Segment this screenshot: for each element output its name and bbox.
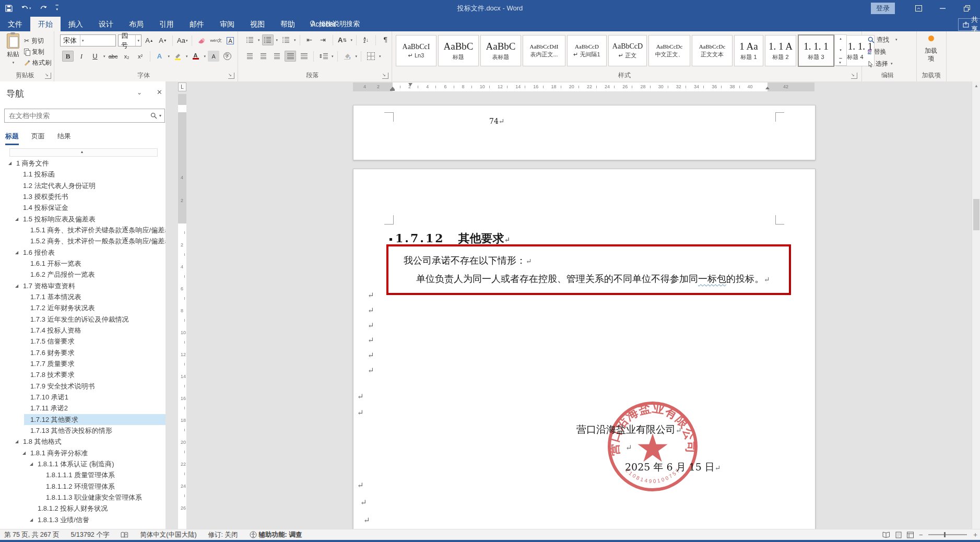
tab-开始[interactable]: 开始 <box>30 17 61 31</box>
collapse-arrow-icon[interactable]: ◢ <box>30 514 33 525</box>
page-previous[interactable]: 74↵ <box>353 105 816 160</box>
nav-tab-pages[interactable]: 页面 <box>31 132 45 145</box>
shrink-font-button[interactable]: A▼ <box>157 35 169 46</box>
nav-tree-item[interactable]: 1.7.13 其他否决投标的情形 <box>0 425 166 436</box>
ribbon-display-options-icon[interactable] <box>915 5 922 11</box>
show-hide-marks-button[interactable]: ¶ <box>380 34 391 45</box>
clipboard-dialog-launcher-icon[interactable]: ↘ <box>45 73 51 79</box>
increase-indent-button[interactable]: ⇥ <box>317 34 329 45</box>
collapse-arrow-icon[interactable]: ◢ <box>22 447 26 458</box>
line-spacing-button[interactable]: ⇕ <box>317 51 329 62</box>
language-indicator[interactable]: 简体中文(中国大陆) <box>140 531 196 539</box>
tab-引用[interactable]: 引用 <box>151 17 182 31</box>
nav-tree-item[interactable]: 1.8.1.2 投标人财务状况 <box>0 503 166 514</box>
nav-tab-results[interactable]: 结果 <box>57 132 71 145</box>
highlight-color-button[interactable] <box>172 51 183 62</box>
nav-tree-item[interactable]: 1.7.1 基本情况表 <box>0 291 166 302</box>
nav-tree-item[interactable]: 1.3 授权委托书 <box>0 191 166 202</box>
page-indicator[interactable]: 第 75 页, 共 267 页 <box>4 531 60 539</box>
nav-tree-item[interactable]: 1.7.7 质量要求 <box>0 358 166 369</box>
proofing-status-icon[interactable] <box>121 532 128 538</box>
style-card[interactable]: 1. 1 A标题 2 <box>765 35 796 66</box>
character-border-button[interactable]: A <box>225 35 236 46</box>
zoom-slider[interactable] <box>928 534 967 535</box>
style-card[interactable]: 1. 1. 1标题 3 <box>798 34 834 67</box>
horizontal-ruler[interactable]: 246810121416182022242628303234363840 424… <box>353 83 814 91</box>
gallery-scroll-down-icon[interactable]: ▾ <box>840 48 842 52</box>
document-scrollbar[interactable]: ▲ <box>972 81 980 529</box>
nav-tree-item[interactable]: 1.7.9 安全技术说明书 <box>0 381 166 392</box>
nav-tree-item[interactable]: 1.6.2 产品报价一览表 <box>0 269 166 280</box>
nav-tree-item[interactable]: 1.7.6 财务要求 <box>0 347 166 358</box>
vertical-ruler[interactable]: 2468101214161820222426 42 <box>178 94 186 529</box>
read-mode-view-button[interactable] <box>882 532 890 538</box>
font-dialog-launcher-icon[interactable]: ↘ <box>228 73 234 79</box>
tab-插入[interactable]: 插入 <box>61 17 91 31</box>
bullets-button[interactable] <box>244 34 255 45</box>
nav-tree-item[interactable]: 1.4 投标保证金 <box>0 202 166 213</box>
share-button[interactable]: 共享 <box>958 18 980 31</box>
nav-tree-item[interactable]: ◢1.7 资格审查资料 <box>0 280 166 291</box>
style-card[interactable]: 1 Aa标题 1 <box>734 35 763 66</box>
search-options-dropdown-icon[interactable]: ▾ <box>159 113 161 118</box>
collapse-arrow-icon[interactable]: ◢ <box>15 247 18 258</box>
zoom-in-button[interactable]: ＋ <box>972 530 979 539</box>
restore-button[interactable] <box>964 5 971 11</box>
multilevel-list-button[interactable] <box>280 34 291 45</box>
style-card[interactable]: AaBbCcDdI表内正文... <box>523 35 565 66</box>
body-line-1[interactable]: 我公司承诺不存在以下情形：↵ <box>404 254 532 267</box>
clear-formatting-button[interactable] <box>196 35 207 46</box>
collapse-arrow-icon[interactable]: ◢ <box>15 214 18 225</box>
nav-tree-item[interactable]: ◢1.8.1.3 业绩/信誉 <box>0 514 166 525</box>
nav-tree-item[interactable]: 1.7.3 近年发生的诉讼及仲裁情况 <box>0 314 166 325</box>
font-family-select[interactable]: 宋体 ▾ <box>60 34 116 46</box>
nav-tree-item[interactable]: 1.7.2 近年财务状况表 <box>0 302 166 313</box>
nav-tree-item[interactable]: 1.1 投标函 <box>0 169 166 180</box>
select-button[interactable]: 选择 ▾ <box>868 58 893 69</box>
subscript-button[interactable]: x₂ <box>121 51 133 62</box>
nav-close-icon[interactable]: ✕ <box>157 88 162 96</box>
right-indent-marker[interactable] <box>765 87 770 89</box>
numbering-button[interactable] <box>262 34 274 45</box>
cut-button[interactable]: ✂ 剪切 <box>24 36 44 46</box>
font-color-button[interactable]: A <box>190 51 202 62</box>
asian-layout-button[interactable]: A⇅ <box>337 34 348 45</box>
style-card[interactable]: AaBbCcD↵ 无间隔1 <box>567 35 607 66</box>
underline-dropdown-icon[interactable]: ▾ <box>103 54 105 58</box>
nav-tree-item[interactable]: 1.7.4 投标人资格 <box>0 325 166 336</box>
nav-tree-item[interactable]: 1.5.1 商务、技术评价关键条款逐条响应/偏差表 <box>0 225 166 235</box>
nav-tree-item[interactable]: 1.8.1.1.3 职业健康安全管理体系 <box>0 492 166 503</box>
tab-stop-selector[interactable]: L <box>178 83 186 91</box>
collapse-arrow-icon[interactable]: ◢ <box>15 280 18 291</box>
paragraph-dialog-launcher-icon[interactable]: ↘ <box>382 73 388 79</box>
scroll-up-icon[interactable]: ▲ <box>974 84 978 88</box>
nav-tree-item[interactable]: 1.7.10 承诺1 <box>0 392 166 403</box>
tab-审阅[interactable]: 审阅 <box>212 17 242 31</box>
enclose-characters-button[interactable]: 字 <box>221 51 233 62</box>
borders-button[interactable] <box>365 51 376 62</box>
nav-tree-item[interactable]: 1.7.8 技术要求 <box>0 369 166 380</box>
tab-视图[interactable]: 视图 <box>242 17 273 31</box>
copy-button[interactable]: 复制 <box>24 46 44 57</box>
tab-文件[interactable]: 文件 <box>0 17 30 31</box>
save-icon[interactable] <box>5 5 13 12</box>
styles-dialog-launcher-icon[interactable]: ↘ <box>851 73 857 79</box>
collapse-arrow-icon[interactable]: ◢ <box>30 458 33 469</box>
nav-tree-item[interactable]: 1.7.11 承诺2 <box>0 403 166 414</box>
style-card[interactable]: AaBbCcD↵ 正文 <box>608 35 647 66</box>
align-left-button[interactable] <box>244 51 255 62</box>
nav-tree-item[interactable]: 1.6.1 开标一览表 <box>0 258 166 269</box>
nav-tree-item[interactable]: 1.8.1.1.1 质量管理体系 <box>0 469 166 480</box>
style-card[interactable]: AaBbC表标题 <box>480 35 521 66</box>
text-effects-button[interactable]: A <box>154 51 166 62</box>
addin-button[interactable]: 加载项 <box>919 36 942 63</box>
minimize-button[interactable] <box>940 5 946 11</box>
nav-collapse-icon[interactable]: ⌄ <box>137 89 142 96</box>
nav-tree-item[interactable]: ◢1.8.1.1 体系认证 (制造商) <box>0 458 166 469</box>
style-card[interactable]: AaBbCcDc中文正文、 <box>648 35 690 66</box>
paste-dropdown-icon[interactable]: ▾ <box>13 61 15 65</box>
gallery-more-icon[interactable]: ▔▾ <box>839 60 842 64</box>
shading-button[interactable] <box>341 51 353 62</box>
body-line-2[interactable]: 单位负责人为同一人或者存在控股、管理关系的不同单位不得参加同一标包的投标。↵ <box>416 273 770 285</box>
superscript-button[interactable]: x² <box>135 51 146 62</box>
